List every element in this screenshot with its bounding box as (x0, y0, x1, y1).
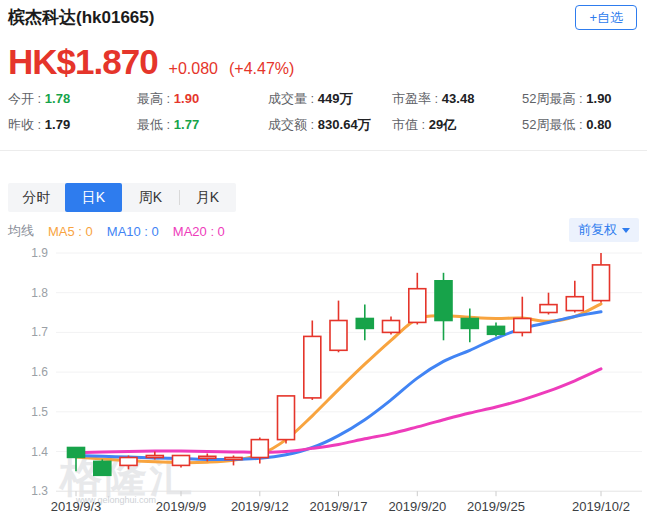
stat-label: 52周最低 : (522, 117, 586, 132)
add-watchlist-button[interactable]: +自选 (575, 5, 637, 30)
stat-item: 52周最高 : 1.90 (522, 90, 612, 108)
svg-text:1.4: 1.4 (31, 445, 48, 459)
stat-label: 昨收 : (8, 117, 45, 132)
stat-label: 成交量 : (268, 91, 318, 106)
candles-layer (68, 253, 610, 475)
stat-label: 最高 : (137, 91, 174, 106)
stats-row: 昨收 : 1.79最低 : 1.77成交额 : 830.64万市值 : 29亿5… (0, 116, 647, 136)
svg-text:2019/9/9: 2019/9/9 (156, 499, 207, 514)
stat-label: 市盈率 : (392, 91, 442, 106)
stat-item: 52周最低 : 0.80 (522, 116, 612, 134)
stat-item: 最高 : 1.90 (137, 90, 199, 108)
stat-item: 成交量 : 449万 (268, 90, 353, 108)
svg-text:1.8: 1.8 (31, 286, 48, 300)
stat-label: 今开 : (8, 91, 45, 106)
stat-item: 今开 : 1.78 (8, 90, 70, 108)
stat-value: 1.77 (174, 117, 199, 132)
svg-text:1.5: 1.5 (31, 405, 48, 419)
candlestick-chart[interactable]: 格隆汇 www.gelonghui.com 1.91.81.71.61.51.4… (0, 243, 647, 518)
y-axis-labels: 1.91.81.71.61.51.41.3 (31, 246, 48, 498)
x-axis-labels: 2019/9/32019/9/92019/9/122019/9/172019/9… (51, 499, 630, 514)
ma-legend: 均线 MA5 : 0MA10 : 0MA20 : 0 (8, 222, 225, 240)
tab-周K[interactable]: 周K (122, 183, 179, 212)
grid-layer (56, 253, 642, 496)
stats-row: 今开 : 1.78最高 : 1.90成交量 : 449万市盈率 : 43.485… (0, 90, 647, 110)
svg-text:1.9: 1.9 (31, 246, 48, 260)
stat-value: 830.64万 (318, 117, 371, 132)
stat-value: 43.48 (442, 91, 475, 106)
stat-item: 最低 : 1.77 (137, 116, 199, 134)
ma-legend-items: MA5 : 0MA10 : 0MA20 : 0 (48, 224, 225, 239)
stat-label: 最低 : (137, 117, 174, 132)
stat-label: 成交额 : (268, 117, 318, 132)
ma-legend-item: MA10 : 0 (107, 224, 159, 239)
stat-item: 市盈率 : 43.48 (392, 90, 474, 108)
svg-text:1.3: 1.3 (31, 484, 48, 498)
stat-item: 成交额 : 830.64万 (268, 116, 371, 134)
svg-text:2019/10/2: 2019/10/2 (572, 499, 630, 514)
tab-月K[interactable]: 月K (179, 183, 236, 212)
price-adjustment-label: 前复权 (578, 221, 617, 239)
stat-value: 29亿 (429, 117, 456, 132)
price-change: +0.080 (169, 60, 218, 78)
stat-item: 市值 : 29亿 (392, 116, 456, 134)
svg-text:2019/9/3: 2019/9/3 (51, 499, 102, 514)
stat-value: 1.90 (586, 91, 611, 106)
svg-text:2019/9/17: 2019/9/17 (310, 499, 368, 514)
section-divider (0, 150, 647, 151)
tab-分时[interactable]: 分时 (8, 183, 65, 212)
stat-value: 0.80 (586, 117, 611, 132)
stat-value: 449万 (318, 91, 353, 106)
svg-text:1.7: 1.7 (31, 325, 48, 339)
quote-block: HK$1.870 +0.080 (+4.47%) (8, 42, 294, 82)
ma-legend-item: MA20 : 0 (173, 224, 225, 239)
stat-value: 1.79 (45, 117, 70, 132)
current-price: HK$1.870 (8, 42, 158, 82)
stat-value: 1.90 (174, 91, 199, 106)
chart-period-tabs: 分时日K周K月K (8, 183, 236, 212)
tab-日K[interactable]: 日K (65, 183, 122, 212)
stat-label: 市值 : (392, 117, 429, 132)
stat-label: 52周最高 : (522, 91, 586, 106)
svg-text:2019/9/25: 2019/9/25 (467, 499, 525, 514)
chevron-down-icon (622, 228, 630, 233)
svg-text:2019/9/20: 2019/9/20 (388, 499, 446, 514)
ma-legend-title: 均线 (8, 222, 34, 240)
svg-text:2019/9/12: 2019/9/12 (231, 499, 289, 514)
ma-legend-item: MA5 : 0 (48, 224, 93, 239)
stat-item: 昨收 : 1.79 (8, 116, 70, 134)
stock-quote-page: 槟杰科达(hk01665) +自选 HK$1.870 +0.080 (+4.47… (0, 0, 647, 518)
price-adjustment-dropdown[interactable]: 前复权 (569, 218, 639, 242)
page-title: 槟杰科达(hk01665) (8, 6, 154, 29)
stat-value: 1.78 (45, 91, 70, 106)
chart-canvas: 1.91.81.71.61.51.41.32019/9/32019/9/9201… (0, 243, 647, 518)
svg-text:1.6: 1.6 (31, 365, 48, 379)
price-change-percent: (+4.47%) (229, 60, 294, 78)
